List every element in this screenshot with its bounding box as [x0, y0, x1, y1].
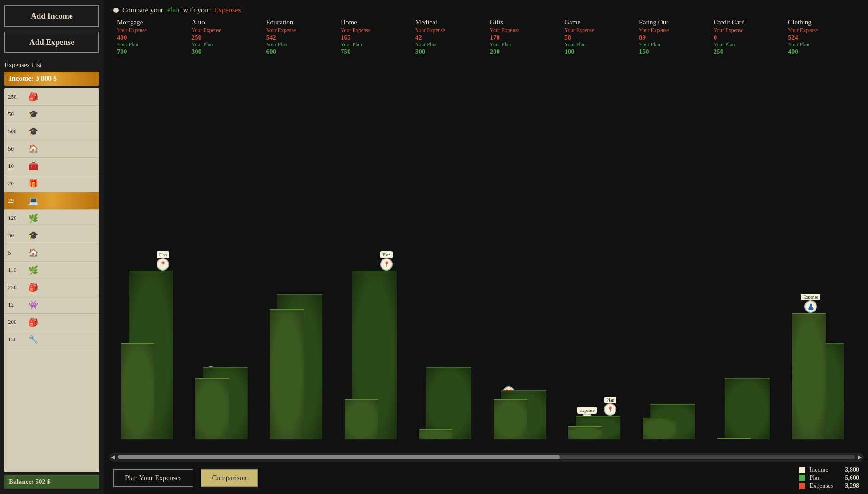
scroll-right-arrow[interactable]: ▶ [858, 454, 862, 461]
cat-name: Mortgage [117, 19, 185, 26]
bar-group-home: Expense 🏡 Plan 📍 [337, 56, 412, 439]
bar-group-clothing: Expense 👗 [784, 56, 859, 439]
expense-amount: 110 [8, 267, 25, 274]
scrollbar-track[interactable] [118, 455, 855, 459]
left-panel: Add Income Add Expense Expenses List Inc… [0, 0, 104, 494]
legend-plan-box [799, 475, 805, 481]
add-income-button[interactable]: Add Income [4, 5, 99, 27]
expense-amount: 5 [8, 249, 25, 256]
legend-income-val: 3,800 [845, 466, 860, 474]
your-expense-label: Your Expense [117, 27, 185, 34]
expense-list-item[interactable]: 120🌿 [4, 210, 99, 227]
cat-name: Gifts [490, 19, 558, 26]
your-expense-val: 250 [192, 34, 259, 41]
scrollbar-thumb[interactable] [118, 455, 560, 459]
expense-amount: 29 [8, 197, 25, 204]
expense-icon: 🎒 [27, 281, 40, 294]
plan-pin-bubble: Plan [380, 251, 393, 258]
category-col-clothing: Clothing Your Expense 524 Your Plan 400 [784, 19, 859, 56]
scrollbar-area[interactable]: ◀ ▶ [109, 453, 864, 462]
plan-bar [725, 378, 770, 439]
expense-icon: 🎓 [27, 125, 40, 138]
category-col-auto: Auto Your Expense 250 Your Plan 300 [188, 19, 263, 56]
expense-amount: 250 [8, 93, 25, 100]
expense-list-item[interactable]: 30🎓 [4, 227, 99, 244]
scroll-left-arrow[interactable]: ◀ [111, 454, 115, 461]
expense-list-item[interactable]: 12👾 [4, 296, 99, 314]
expense-list-item[interactable]: 500🎓 [4, 123, 99, 140]
your-expense-val: 165 [341, 34, 408, 41]
expense-icon: 🎓 [27, 229, 40, 242]
expense-pin: Expense 👗 [801, 294, 820, 313]
plan-pin-circle: 📍 [157, 258, 169, 271]
expense-list-item[interactable]: 250🎒 [4, 88, 99, 106]
income-label: Income: [9, 75, 34, 82]
expense-icon: 🏠 [27, 142, 40, 155]
expense-icon: 🎒 [27, 90, 40, 104]
expense-bar [195, 378, 229, 439]
expense-icon: 🎁 [27, 177, 40, 190]
your-plan-val: 100 [564, 48, 632, 56]
plan-your-expenses-button[interactable]: Plan Your Expenses [113, 469, 193, 487]
your-expense-label: Your Expense [341, 27, 408, 34]
cat-name: Home [341, 19, 408, 26]
your-plan-label: Your Plan [266, 41, 334, 48]
bar-group-auto: 🚗 [188, 56, 263, 439]
your-plan-val: 300 [415, 48, 483, 56]
expense-bar [270, 309, 303, 439]
expense-icon: 🌿 [27, 263, 40, 277]
category-col-medical: Medical Your Expense 42 Your Plan 300 [412, 19, 486, 56]
category-col-education: Education Your Expense 542 Your Plan 600 [262, 19, 337, 56]
plan-pin-bubble: Plan [157, 251, 169, 258]
your-expense-label: Your Expense [564, 27, 632, 34]
expense-list-item[interactable]: 50🏠 [4, 140, 99, 158]
your-expense-val: 89 [639, 34, 707, 41]
legend-expenses-val: 3,298 [845, 482, 860, 490]
cat-name: Game [564, 19, 632, 26]
your-expense-label: Your Expense [192, 27, 259, 34]
expense-list-item[interactable]: 10🧰 [4, 158, 99, 175]
expense-list-item[interactable]: 20🎁 [4, 175, 99, 192]
your-plan-label: Your Plan [192, 41, 259, 48]
income-bar: Income: 3,800 $ [4, 72, 99, 86]
expense-amount: 50 [8, 111, 25, 118]
your-plan-val: 700 [117, 48, 185, 56]
bar-group-medical: 🧰 [412, 56, 486, 439]
expense-bar [419, 429, 453, 439]
expense-list-item[interactable]: 29💻 [4, 192, 99, 210]
legend-income-label: Income [810, 466, 841, 474]
your-plan-label: Your Plan [415, 41, 483, 48]
cat-name: Auto [192, 19, 259, 26]
your-expense-val: 400 [117, 34, 185, 41]
your-plan-label: Your Plan [490, 41, 558, 48]
expense-list-item[interactable]: 5🏠 [4, 244, 99, 262]
expense-list-item[interactable]: 110🌿 [4, 262, 99, 279]
plan-pin-circle: 📍 [604, 403, 616, 416]
expense-list-item[interactable]: 250🎒 [4, 279, 99, 296]
compare-header: Compare your Plan with your Expenses [104, 0, 868, 19]
expense-icon: 🌿 [27, 211, 40, 225]
your-expense-val: 170 [490, 34, 558, 41]
comparison-button[interactable]: Comparison [201, 469, 258, 487]
your-plan-label: Your Plan [117, 41, 185, 48]
bar-group-mortgage: Expense 🏠 Plan 📍 [113, 56, 188, 439]
add-expense-button[interactable]: Add Expense [4, 32, 99, 53]
cat-name: Eating Out [639, 19, 707, 26]
expense-list-item[interactable]: 150🔧 [4, 331, 99, 348]
expense-bar [568, 426, 602, 439]
expense-amount: 200 [8, 319, 25, 326]
plan-pin-circle: 📍 [380, 258, 393, 271]
expense-amount: 50 [8, 145, 25, 152]
expense-pin-circle: 👗 [804, 300, 817, 313]
expense-list-item[interactable]: 50🎓 [4, 106, 99, 123]
category-col-eating-out: Eating Out Your Expense 89 Your Plan 150 [635, 19, 710, 56]
expense-list-item[interactable]: 200🎒 [4, 314, 99, 331]
bar-group-game: Expense 🎮 Plan 📍 [561, 56, 635, 439]
your-expense-val: 42 [415, 34, 483, 41]
your-plan-val: 250 [714, 48, 781, 56]
your-expense-label: Your Expense [714, 27, 781, 34]
your-expense-label: Your Expense [415, 27, 483, 34]
cat-name: Medical [415, 19, 483, 26]
bottom-bar: Plan Your Expenses Comparison Income 3,8… [104, 462, 868, 494]
balance-bar: Balance: 502 $ [4, 475, 99, 489]
